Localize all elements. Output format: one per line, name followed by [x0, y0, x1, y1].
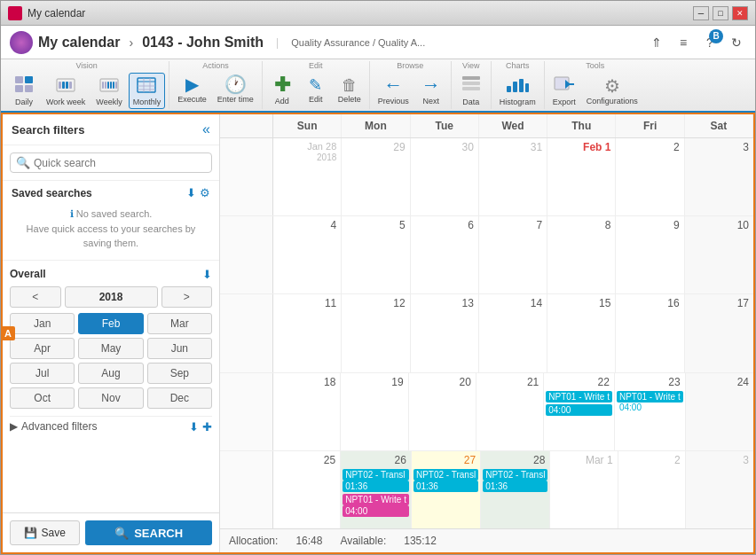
weekly-button[interactable]: Weekly [91, 73, 126, 109]
month-aug[interactable]: Aug [78, 363, 143, 384]
list-icon[interactable]: ≡ [673, 33, 693, 52]
day-num-feb7: 7 [481, 218, 545, 232]
cal-cell-feb9[interactable]: 9 [616, 216, 684, 293]
cal-cell-feb3[interactable]: 3 [685, 138, 753, 215]
cal-cell-mar2[interactable]: 2 [618, 451, 686, 528]
cal-cell-feb5[interactable]: 5 [342, 216, 410, 293]
workweek-button[interactable]: Work week [42, 73, 90, 109]
allocation-label: Allocation: [229, 535, 278, 547]
minimize-button[interactable]: ─ [693, 6, 709, 20]
delete-button[interactable]: 🗑 Delete [334, 74, 366, 106]
maximize-button[interactable]: □ [713, 6, 728, 20]
next-button[interactable]: → Next [415, 73, 447, 108]
cal-cell-mar3[interactable]: 3 [686, 451, 753, 528]
month-feb[interactable]: Feb [78, 313, 143, 334]
cal-cell-feb10[interactable]: 10 [685, 216, 753, 293]
add-button[interactable]: ✚ Add [266, 73, 298, 108]
event-npt02-feb27[interactable]: NPT02 - Transl [413, 469, 478, 481]
event-npt02-feb26[interactable]: NPT02 - Transl [343, 469, 409, 481]
cal-cell-feb12[interactable]: 12 [342, 294, 410, 371]
delete-icon: 🗑 [342, 77, 358, 93]
cal-cell-jan29[interactable]: 29 [342, 138, 410, 215]
advanced-filters-toggle[interactable]: ▶ Advanced filters ⬇ ✚ [10, 420, 212, 434]
cal-cell-feb4[interactable]: 4 [273, 216, 342, 293]
edit-button[interactable]: ✎ Edit [300, 74, 332, 106]
collapse-icon[interactable]: ⇑ [647, 33, 666, 52]
cal-cell-feb20[interactable]: 20 [409, 373, 476, 450]
cal-cell-feb1[interactable]: Feb 1 [547, 138, 616, 215]
calendar-header: Sun Mon Tue Wed Thu Fri Sat [220, 114, 753, 138]
previous-icon: ← [383, 75, 403, 95]
month-jan[interactable]: Jan [10, 313, 75, 334]
thu-header: Thu [547, 114, 616, 137]
cal-cell-feb8[interactable]: 8 [547, 216, 616, 293]
month-nov[interactable]: Nov [78, 387, 143, 409]
quick-search-input[interactable] [34, 157, 206, 169]
event-npt01-feb22[interactable]: NPT01 - Write t [546, 391, 612, 403]
saved-searches-download-icon[interactable]: ⬇ [186, 186, 196, 199]
histogram-button[interactable]: Histogram [495, 73, 540, 109]
cal-cell-feb15[interactable]: 15 [547, 294, 616, 371]
cal-cell-feb22[interactable]: 22 NPT01 - Write t 04:00 [544, 373, 615, 450]
calendar-week-1: Jan 282018 29 30 31 Feb 1 2 [220, 138, 753, 216]
month-apr[interactable]: Apr [10, 338, 75, 359]
close-button[interactable]: ✕ [732, 6, 748, 20]
cal-cell-feb21[interactable]: 21 [476, 373, 544, 450]
configurations-button[interactable]: ⚙ Configurations [582, 74, 642, 108]
cal-cell-feb25[interactable]: 25 [273, 451, 341, 528]
help-icon[interactable]: ? B [700, 33, 720, 52]
cal-cell-feb17[interactable]: 17 [685, 294, 753, 371]
execute-button[interactable]: ▶ Execute [173, 73, 211, 106]
cal-cell-feb13[interactable]: 13 [411, 294, 479, 371]
month-dec[interactable]: Dec [147, 387, 212, 409]
month-oct[interactable]: Oct [10, 387, 75, 409]
month-mar[interactable]: Mar [147, 313, 212, 334]
day-num-feb18: 18 [275, 375, 338, 389]
daily-button[interactable]: Daily [8, 73, 40, 109]
prev-year-button[interactable]: < [10, 286, 61, 308]
cal-cell-mar1[interactable]: Mar 1 [550, 451, 618, 528]
cal-cell-feb28[interactable]: 28 NPT02 - Transl 01:36 [481, 451, 550, 528]
month-jul[interactable]: Jul [10, 363, 75, 384]
monthly-button[interactable]: Monthly [129, 73, 166, 109]
week-num-1 [220, 138, 273, 215]
next-year-button[interactable]: > [161, 286, 213, 308]
month-sep[interactable]: Sep [147, 363, 212, 384]
export-button[interactable]: Export [548, 73, 580, 109]
week-num-header [220, 114, 273, 137]
previous-button[interactable]: ← Previous [374, 73, 413, 108]
cal-cell-feb27[interactable]: 27 NPT02 - Transl 01:36 [412, 451, 481, 528]
cal-cell-feb7[interactable]: 7 [479, 216, 547, 293]
enter-time-button[interactable]: 🕐 Enter time [213, 73, 258, 106]
adv-filter-icon1[interactable]: ⬇ [189, 420, 199, 434]
month-jun[interactable]: Jun [147, 338, 212, 359]
day-num-feb6: 6 [413, 218, 476, 232]
cal-cell-feb23[interactable]: 23 NPT01 - Write t 04:00 [615, 373, 686, 450]
cal-cell-feb14[interactable]: 14 [479, 294, 547, 371]
month-may[interactable]: May [78, 338, 143, 359]
cal-cell-feb6[interactable]: 6 [411, 216, 479, 293]
cal-cell-feb2[interactable]: 2 [616, 138, 684, 215]
refresh-icon[interactable]: ↻ [727, 33, 746, 52]
cal-cell-jan31[interactable]: 31 [479, 138, 547, 215]
save-button[interactable]: 💾 Save [10, 520, 80, 545]
cal-cell-feb11[interactable]: 11 [273, 294, 342, 371]
cal-cell-feb24[interactable]: 24 [686, 373, 753, 450]
event-npt02-feb28[interactable]: NPT02 - Transl [483, 469, 547, 481]
overall-icon[interactable]: ⬇ [202, 268, 212, 281]
adv-filter-icon2[interactable]: ✚ [202, 420, 212, 434]
sidebar-collapse-button[interactable]: « [202, 121, 210, 137]
cal-cell-jan28[interactable]: Jan 282018 [273, 138, 342, 215]
cal-cell-feb26[interactable]: 26 NPT02 - Transl 01:36 NPT01 - Write t … [341, 451, 412, 528]
event-npt01-feb26[interactable]: NPT01 - Write t [343, 494, 409, 505]
cal-cell-jan30[interactable]: 30 [411, 138, 479, 215]
day-num-feb14: 14 [481, 296, 545, 310]
cal-cell-feb18[interactable]: 18 [273, 373, 341, 450]
cal-cell-feb16[interactable]: 16 [616, 294, 684, 371]
cal-cell-feb19[interactable]: 19 [341, 373, 408, 450]
search-button[interactable]: 🔍 SEARCH [85, 520, 212, 545]
data-button[interactable]: Data [455, 73, 487, 109]
saved-searches-settings-icon[interactable]: ⚙ [200, 186, 210, 199]
sidebar-header: Search filters « [3, 114, 219, 145]
event-npt01-feb23[interactable]: NPT01 - Write t [617, 391, 683, 403]
